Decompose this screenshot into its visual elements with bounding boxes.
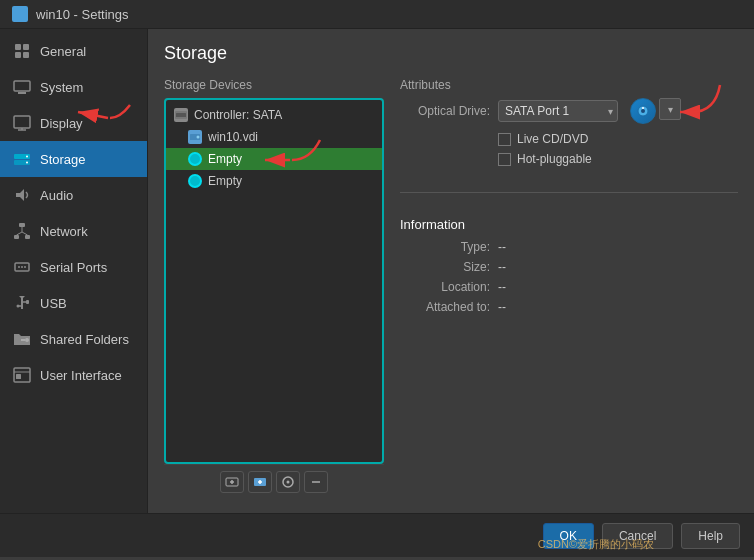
remove-device-btn[interactable] [304,471,328,493]
usb-icon [12,293,32,313]
sidebar: General System Display [0,29,148,513]
svg-point-39 [197,136,200,139]
sidebar-item-system[interactable]: System [0,69,147,105]
sidebar-item-storage[interactable]: Storage [0,141,147,177]
hot-pluggable-row[interactable]: Hot-pluggable [498,152,738,166]
user-interface-icon [12,365,32,385]
controller-icon [174,108,188,122]
svg-point-47 [287,481,290,484]
attributes-col: Attributes Optical Drive: SATA Port 1 [400,78,738,499]
sidebar-item-display[interactable]: Display [0,105,147,141]
shared-folders-icon [12,329,32,349]
svg-rect-1 [23,44,29,50]
cancel-button[interactable]: Cancel [602,523,673,549]
attributes-section: Attributes Optical Drive: SATA Port 1 [400,78,738,172]
sidebar-item-audio[interactable]: Audio [0,177,147,213]
sidebar-label-serial-ports: Serial Ports [40,260,107,275]
location-row: Location: -- [400,280,738,294]
title-bar: win10 - Settings [0,0,754,29]
svg-line-19 [22,232,28,235]
hot-pluggable-label: Hot-pluggable [517,152,592,166]
sidebar-item-network[interactable]: Network [0,213,147,249]
hot-pluggable-checkbox[interactable] [498,153,511,166]
svg-marker-25 [19,296,25,299]
optical-drive-select[interactable]: SATA Port 1 [498,100,618,122]
empty1-label: Empty [208,152,242,166]
svg-rect-6 [14,116,30,128]
cd-icon-2 [188,174,202,188]
svg-rect-36 [176,113,186,117]
live-cd-row[interactable]: Live CD/DVD [498,132,738,146]
type-value: -- [498,240,506,254]
ok-button[interactable]: OK [543,523,594,549]
divider [400,192,738,193]
svg-point-30 [25,338,29,342]
svg-rect-27 [26,300,29,304]
sidebar-label-usb: USB [40,296,67,311]
type-row: Type: -- [400,240,738,254]
add-disk-btn[interactable] [248,471,272,493]
svg-point-29 [17,305,20,308]
size-row: Size: -- [400,260,738,274]
svg-point-50 [641,109,645,113]
display-icon [12,113,32,133]
storage-icon [12,149,32,169]
app-icon [12,6,28,22]
devices-box: Controller: SATA win10.vdi [164,98,384,464]
information-section: Information Type: -- Size: -- [400,213,738,320]
svg-point-21 [18,266,20,268]
add-optical-btn[interactable] [276,471,300,493]
cd-eject-btn[interactable] [630,98,656,124]
disk-icon [188,130,202,144]
empty1-item[interactable]: Empty [166,148,382,170]
information-section-label: Information [400,217,738,232]
svg-line-18 [17,232,23,235]
sidebar-label-network: Network [40,224,88,239]
attributes-section-label: Attributes [400,78,738,92]
content-area: Storage Storage Devices [148,29,754,513]
help-button[interactable]: Help [681,523,740,549]
storage-devices-panel: Storage Devices Controller: SATA [164,78,384,499]
location-label: Location: [400,280,490,294]
devices-toolbar [164,464,384,499]
optical-drive-select-wrap: SATA Port 1 [498,100,618,122]
attached-to-value: -- [498,300,506,314]
sidebar-label-storage: Storage [40,152,86,167]
svg-rect-16 [25,235,30,239]
live-cd-label: Live CD/DVD [517,132,588,146]
size-value: -- [498,260,506,274]
sidebar-label-audio: Audio [40,188,73,203]
cd-icon-1 [188,152,202,166]
sidebar-label-system: System [40,80,83,95]
sidebar-item-user-interface[interactable]: User Interface [0,357,147,393]
sidebar-item-shared-folders[interactable]: Shared Folders [0,321,147,357]
svg-point-22 [21,266,23,268]
svg-rect-2 [15,52,21,58]
optical-drive-row: Optical Drive: SATA Port 1 [400,98,738,124]
cd-dropdown-btn[interactable]: ▾ [659,98,681,120]
win10vdi-label: win10.vdi [208,130,258,144]
sidebar-item-serial-ports[interactable]: Serial Ports [0,249,147,285]
sidebar-item-usb[interactable]: USB [0,285,147,321]
svg-rect-4 [14,81,30,91]
controller-item[interactable]: Controller: SATA [166,104,382,126]
svg-rect-0 [15,44,21,50]
svg-rect-34 [16,374,21,379]
controller-label: Controller: SATA [194,108,282,122]
sidebar-item-general[interactable]: General [0,33,147,69]
svg-marker-13 [16,189,24,201]
live-cd-checkbox[interactable] [498,133,511,146]
empty2-item[interactable]: Empty [166,170,382,192]
win10vdi-item[interactable]: win10.vdi [166,126,382,148]
sidebar-label-display: Display [40,116,83,131]
size-label: Size: [400,260,490,274]
svg-rect-14 [19,223,25,227]
type-label: Type: [400,240,490,254]
attached-to-row: Attached to: -- [400,300,738,314]
svg-point-12 [26,162,28,164]
svg-point-11 [26,156,28,158]
sidebar-label-shared-folders: Shared Folders [40,332,129,347]
audio-icon [12,185,32,205]
add-controller-btn[interactable] [220,471,244,493]
empty2-label: Empty [208,174,242,188]
